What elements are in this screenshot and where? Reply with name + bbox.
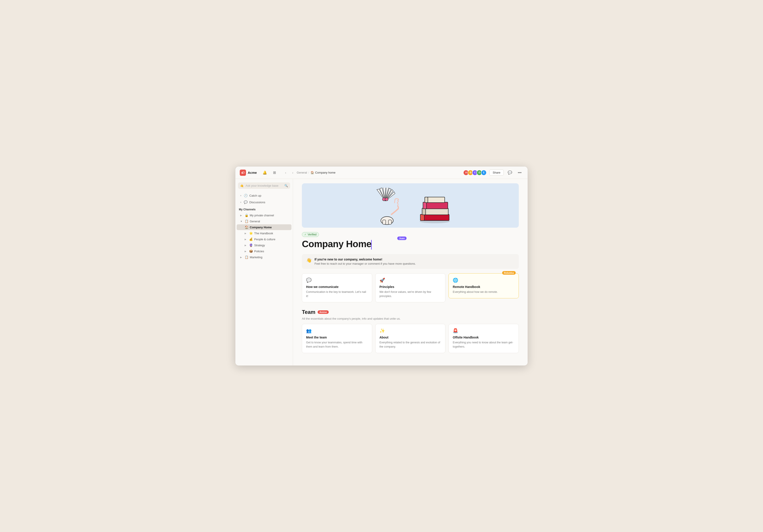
topbar-right: ABCDE Share 💬 ••• xyxy=(463,169,523,176)
welcome-text: Feel free to reach out to your manager o… xyxy=(314,262,416,265)
sidebar-item-handbook[interactable]: ▶ ⭐ The Handbook xyxy=(237,230,291,236)
handbook-icon: ⭐ xyxy=(249,231,253,235)
general-label: General xyxy=(250,220,260,223)
team-cards-grid: 👥 Meet the team Get to know your teammat… xyxy=(302,324,519,353)
search-bar[interactable]: 🤙 Ask your knowledge base 🔍 xyxy=(238,182,290,189)
card-remote-handbook-wrapper: Rebekka 🌐 Remote Handbook Everything abo… xyxy=(449,273,519,303)
svg-point-2 xyxy=(385,198,388,201)
people-culture-icon: 💰 xyxy=(249,237,253,241)
strategy-label: Strategy xyxy=(254,244,265,247)
card-emoji-about: ✨ xyxy=(380,328,441,333)
juan-badge: Juan xyxy=(397,236,406,240)
team-section-title: Team xyxy=(302,309,315,315)
company-home-icon: 🏠 xyxy=(245,225,249,229)
logo-icon: 🏷 xyxy=(240,170,246,176)
main-layout: 🤙 Ask your knowledge base 🔍 🕐 Catch up 💬… xyxy=(235,179,528,366)
comment-button[interactable]: 💬 xyxy=(506,169,513,176)
team-section-heading: Team Amine xyxy=(302,309,519,315)
verified-label: Verified xyxy=(308,233,316,236)
card-emoji-communicate: 💬 xyxy=(306,278,368,283)
svg-rect-8 xyxy=(422,208,426,215)
card-title-remote: Remote Handbook xyxy=(453,285,514,289)
svg-rect-3 xyxy=(382,220,386,224)
chevron-right-icon: ▶ xyxy=(240,214,243,217)
catch-up-icon: 🕐 xyxy=(244,194,248,197)
card-title-offsite: Offsite Handbook xyxy=(453,336,514,339)
card-offsite-handbook[interactable]: 🚨 Offsite Handbook Everything you need t… xyxy=(449,324,519,353)
card-about[interactable]: ✨ About Everything related to the genesi… xyxy=(375,324,446,353)
sidebar-item-general[interactable]: ▼ 📋 General xyxy=(237,218,291,224)
card-title-meet-team: Meet the team xyxy=(306,336,368,339)
sidebar-item-discussions[interactable]: 💬 Discussions xyxy=(237,199,291,205)
cards-grid: 💬 How we communicate Communication is th… xyxy=(302,273,519,303)
chevron-right-icon: ▶ xyxy=(245,238,248,240)
policies-icon: 📦 xyxy=(249,249,253,253)
rebekka-badge: Rebekka xyxy=(502,271,516,275)
people-culture-label: People & culture xyxy=(254,238,275,241)
sidebar-item-catch-up[interactable]: 🕐 Catch up xyxy=(237,192,291,199)
search-magnifier-icon: 🔍 xyxy=(284,184,288,187)
catch-up-label: Catch up xyxy=(249,194,261,197)
card-emoji-remote: 🌐 xyxy=(453,278,514,283)
chevron-right-icon: ▶ xyxy=(240,256,243,258)
search-placeholder: Ask your knowledge base xyxy=(246,184,282,187)
sidebar-item-marketing[interactable]: ▶ 📋 Marketing xyxy=(237,254,291,260)
card-emoji-meet-team: 👥 xyxy=(306,328,368,333)
sidebar-dot-icon xyxy=(240,195,241,196)
search-hand-icon: 🤙 xyxy=(240,184,244,187)
private-icon: 🔒 xyxy=(245,214,249,217)
fan-person-illustration xyxy=(369,188,405,225)
breadcrumb-parent: General xyxy=(297,171,307,174)
welcome-box: 👋 If you're new to our company, welcome … xyxy=(302,254,519,269)
card-principles[interactable]: 🚀 Principles We don't force values, we'r… xyxy=(375,273,446,303)
chevron-down-icon: ▼ xyxy=(240,220,243,222)
nav-breadcrumb: ‹ › General / 🏠 Company home xyxy=(282,170,461,176)
card-desc-principles: We don't force values, we're driven by f… xyxy=(380,290,441,298)
sidebar-item-people-culture[interactable]: ▶ 💰 People & culture xyxy=(237,236,291,242)
svg-rect-5 xyxy=(420,214,449,221)
discussions-icon: 💬 xyxy=(244,200,248,204)
breadcrumb-current: 🏠 Company home xyxy=(310,171,336,174)
check-icon: ✓ xyxy=(304,233,306,236)
breadcrumb: General / 🏠 Company home xyxy=(297,171,336,174)
marketing-icon: 📋 xyxy=(245,255,249,259)
policies-label: Policies xyxy=(254,250,264,253)
handbook-label: The Handbook xyxy=(254,232,273,235)
svg-point-13 xyxy=(420,220,450,223)
card-desc-communicate: Communication is the key to teamwork. Le… xyxy=(306,290,368,298)
sidebar-item-policies[interactable]: ▶ 📦 Policies xyxy=(237,248,291,254)
app-name: Acme xyxy=(248,171,257,174)
share-button[interactable]: Share xyxy=(489,170,504,176)
page-title-row: Company Home Juan xyxy=(302,239,519,250)
card-emoji-offsite: 🚨 xyxy=(453,328,514,333)
main-content: ✓ Verified Company Home Juan 👋 If you're… xyxy=(293,179,528,366)
breadcrumb-icon: 🏠 xyxy=(310,171,314,174)
svg-rect-7 xyxy=(422,208,448,215)
sidebar-item-private-channel[interactable]: ▶ 🔒 My private channel xyxy=(237,212,291,218)
private-channel-label: My private channel xyxy=(250,214,274,217)
sidebar: 🤙 Ask your knowledge base 🔍 🕐 Catch up 💬… xyxy=(235,179,293,366)
more-options-button[interactable]: ••• xyxy=(516,169,523,176)
sidebar-item-company-home[interactable]: 🏠 Company Home xyxy=(237,224,291,230)
card-desc-offsite: Everything you need to know about the te… xyxy=(453,340,514,349)
team-section-desc: All the essentials about the company's p… xyxy=(302,317,519,320)
hero-banner xyxy=(302,183,519,228)
card-how-we-communicate[interactable]: 💬 How we communicate Communication is th… xyxy=(302,273,372,303)
chevron-right-icon: ▶ xyxy=(245,250,248,252)
nav-forward-button[interactable]: › xyxy=(290,170,296,176)
app-logo[interactable]: 🏷 Acme xyxy=(240,170,257,176)
svg-rect-10 xyxy=(423,202,426,209)
hero-illustration xyxy=(302,183,519,228)
card-emoji-principles: 🚀 xyxy=(380,278,441,283)
sidebar-item-strategy[interactable]: ▶ 🔮 Strategy xyxy=(237,242,291,248)
notifications-button[interactable]: 🔔 xyxy=(261,169,269,176)
add-button[interactable]: ⊞ xyxy=(271,169,278,176)
welcome-emoji: 👋 xyxy=(306,258,312,263)
card-remote-handbook[interactable]: 🌐 Remote Handbook Everything about how w… xyxy=(449,273,519,298)
marketing-label: Marketing xyxy=(250,256,263,259)
channels-section-header: My Channels xyxy=(235,206,293,212)
nav-back-button[interactable]: ‹ xyxy=(282,170,289,176)
card-meet-team[interactable]: 👥 Meet the team Get to know your teammat… xyxy=(302,324,372,353)
strategy-icon: 🔮 xyxy=(249,243,253,247)
verified-badge: ✓ Verified xyxy=(302,232,319,237)
